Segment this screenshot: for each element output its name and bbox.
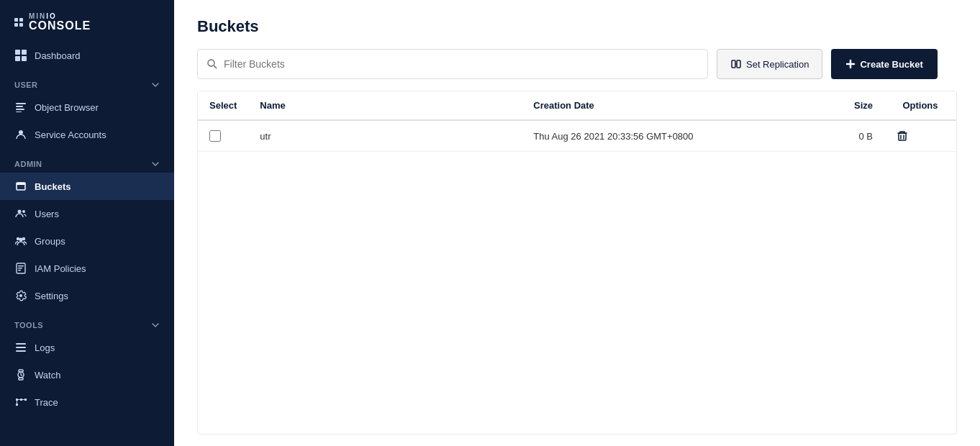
buckets-table: Select Name Creation Date Size Options: [198, 91, 956, 152]
object-browser-icon: [14, 101, 27, 114]
svg-rect-3: [22, 56, 27, 61]
svg-rect-19: [18, 270, 21, 271]
search-icon: [207, 58, 218, 70]
trace-label: Trace: [35, 397, 58, 408]
logo: MINIO CONSOLE: [0, 0, 174, 42]
row-size-cell: 0 B: [812, 120, 884, 152]
settings-icon: [14, 289, 27, 302]
row-checkbox[interactable]: [209, 130, 221, 142]
replication-icon: [730, 58, 742, 70]
svg-rect-5: [16, 106, 23, 107]
table-header-row: Select Name Creation Date Size Options: [198, 91, 956, 120]
logs-label: Logs: [35, 342, 55, 353]
trash-icon: [896, 129, 909, 142]
sidebar: MINIO CONSOLE Dashboard USER: [0, 0, 174, 446]
svg-line-36: [214, 65, 217, 68]
main-content: Buckets Set Replication: [174, 0, 980, 446]
row-name-cell: utr: [248, 120, 522, 152]
svg-rect-31: [24, 399, 27, 401]
set-replication-button[interactable]: Set Replication: [717, 49, 822, 79]
sidebar-item-trace[interactable]: Trace: [0, 388, 174, 416]
sidebar-item-users[interactable]: Users: [0, 200, 174, 227]
buckets-label: Buckets: [35, 181, 71, 192]
search-input[interactable]: [224, 58, 699, 70]
col-header-creation-date: Creation Date: [522, 91, 812, 120]
sidebar-item-object-browser[interactable]: Object Browser: [0, 94, 174, 121]
admin-section-chevron[interactable]: [151, 160, 160, 168]
col-header-options: Options: [884, 91, 956, 120]
watch-icon: [14, 368, 27, 381]
service-accounts-label: Service Accounts: [35, 129, 106, 140]
buckets-table-container: Select Name Creation Date Size Options: [197, 91, 957, 434]
tools-section-label: TOOLS: [0, 309, 174, 334]
svg-rect-2: [15, 56, 20, 61]
svg-rect-38: [737, 60, 740, 68]
create-bucket-button[interactable]: Create Bucket: [831, 49, 937, 79]
service-accounts-icon: [14, 128, 27, 141]
trace-icon: [14, 396, 27, 409]
row-date-cell: Thu Aug 26 2021 20:33:56 GMT+0800: [522, 120, 812, 152]
svg-rect-29: [20, 399, 22, 401]
buckets-icon: [14, 180, 27, 193]
user-section-chevron[interactable]: [151, 81, 160, 89]
watch-label: Watch: [35, 370, 60, 381]
sidebar-item-iam-policies[interactable]: IAM Policies: [0, 255, 174, 282]
users-icon: [14, 207, 27, 220]
groups-icon: [14, 235, 27, 247]
svg-rect-37: [732, 60, 735, 68]
main-header: Buckets Set Replication: [174, 0, 980, 79]
users-label: Users: [35, 209, 59, 219]
sidebar-item-service-accounts[interactable]: Service Accounts: [0, 121, 174, 148]
settings-label: Settings: [35, 291, 68, 301]
svg-rect-0: [15, 50, 20, 55]
sidebar-item-settings[interactable]: Settings: [0, 282, 174, 309]
svg-point-14: [22, 237, 25, 240]
svg-rect-7: [16, 112, 22, 112]
svg-rect-41: [899, 133, 906, 140]
sidebar-item-groups[interactable]: Groups: [0, 227, 174, 255]
sidebar-item-dashboard[interactable]: Dashboard: [0, 42, 174, 69]
svg-rect-28: [16, 399, 18, 401]
iam-policies-label: IAM Policies: [35, 263, 86, 274]
admin-section-label: ADMIN: [0, 148, 174, 173]
svg-rect-1: [22, 50, 27, 55]
svg-rect-30: [16, 404, 18, 406]
tools-section-chevron[interactable]: [151, 321, 160, 329]
delete-bucket-button[interactable]: [896, 129, 909, 142]
svg-line-27: [21, 375, 22, 376]
table-row: utr Thu Aug 26 2021 20:33:56 GMT+0800 0 …: [198, 120, 956, 152]
row-select-cell: [198, 120, 248, 152]
logo-icon: [14, 18, 23, 27]
row-options-cell: [884, 120, 956, 152]
col-header-size: Size: [812, 91, 884, 120]
svg-point-8: [19, 130, 23, 135]
dashboard-label: Dashboard: [35, 50, 81, 61]
sidebar-item-watch[interactable]: Watch: [0, 361, 174, 388]
sidebar-item-logs[interactable]: Logs: [0, 334, 174, 361]
groups-label: Groups: [35, 236, 65, 247]
col-header-select: Select: [198, 91, 248, 120]
page-title: Buckets: [197, 17, 957, 36]
dashboard-icon: [14, 49, 27, 62]
svg-rect-22: [16, 350, 26, 352]
svg-rect-6: [16, 109, 24, 110]
svg-point-13: [17, 237, 19, 240]
svg-rect-17: [18, 265, 24, 267]
logo-text: MINIO CONSOLE: [29, 13, 91, 32]
svg-point-12: [22, 210, 25, 213]
iam-policies-icon: [14, 262, 27, 275]
svg-rect-21: [16, 347, 26, 348]
svg-rect-4: [16, 103, 26, 104]
svg-rect-10: [17, 183, 25, 185]
toolbar: Set Replication Create Bucket: [197, 49, 957, 79]
svg-point-35: [208, 60, 214, 66]
svg-rect-20: [16, 343, 26, 345]
object-browser-label: Object Browser: [35, 102, 99, 113]
svg-rect-18: [18, 268, 22, 269]
search-box[interactable]: [197, 49, 708, 79]
plus-icon: [845, 59, 856, 69]
svg-point-15: [19, 238, 23, 242]
col-header-name: Name: [248, 91, 522, 120]
logs-icon: [14, 341, 27, 354]
sidebar-item-buckets[interactable]: Buckets: [0, 173, 174, 200]
